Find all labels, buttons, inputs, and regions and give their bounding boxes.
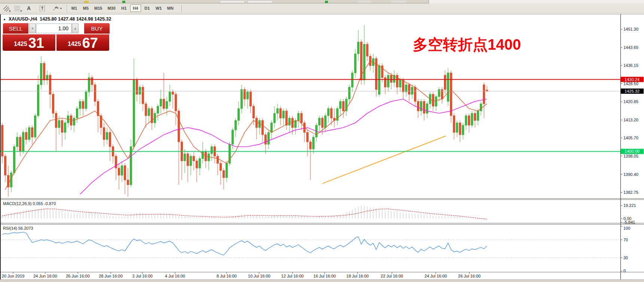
svg-text:100: 100 bbox=[623, 226, 630, 230]
clipped-icon-fragment bbox=[84, 1, 89, 3]
clipped-toolbar-fragment bbox=[0, 0, 429, 3]
clipped-icon-fragment bbox=[391, 1, 406, 3]
svg-text:24 Jul 16:00: 24 Jul 16:00 bbox=[424, 274, 447, 278]
tab-timeframe-d1[interactable]: D1 bbox=[142, 4, 153, 12]
collapse-triangle-icon[interactable]: ▲ bbox=[3, 18, 6, 21]
one-click-trading-panel: SELL ▼ ▲ BUY 1425 31 1425 67 bbox=[2, 23, 110, 51]
volume-decrease-button[interactable]: ▼ bbox=[29, 24, 36, 33]
tab-timeframe-m15[interactable]: M15 bbox=[92, 4, 104, 12]
arrows-dropdown-icon[interactable]: ▼ bbox=[60, 7, 62, 10]
toolbar-separator bbox=[67, 4, 67, 12]
trade-prices-row: 1425 31 1425 67 bbox=[2, 34, 110, 51]
chart-title-bar: ▲ XAUUSD-,H4 1425.80 1427.48 1424.98 142… bbox=[3, 16, 111, 22]
svg-text:19.221: 19.221 bbox=[623, 203, 636, 208]
arrows-tool-icon[interactable]: ▼ bbox=[51, 4, 64, 12]
svg-text:22 Jul 16:00: 22 Jul 16:00 bbox=[381, 274, 403, 278]
svg-text:16 Jul 16:00: 16 Jul 16:00 bbox=[313, 274, 336, 278]
svg-text:1420.85: 1420.85 bbox=[623, 99, 638, 104]
rsi-line bbox=[2, 232, 487, 255]
sell-button[interactable]: SELL bbox=[3, 23, 28, 34]
fibonacci-tool-icon[interactable]: F bbox=[13, 4, 22, 12]
svg-text:-5.841: -5.841 bbox=[623, 220, 635, 224]
label-tool-icon[interactable]: T bbox=[37, 4, 47, 12]
svg-text:70: 70 bbox=[623, 238, 628, 242]
svg-text:20 Jun 2019: 20 Jun 2019 bbox=[2, 274, 25, 278]
tab-timeframe-h1[interactable]: H1 bbox=[119, 4, 129, 12]
ask-price-pips: 67 bbox=[82, 37, 98, 49]
trendline[interactable] bbox=[322, 136, 446, 183]
toolbar-separator bbox=[181, 4, 182, 12]
bid-price-pips: 31 bbox=[28, 37, 44, 49]
svg-text:30: 30 bbox=[623, 255, 628, 260]
macd-histogram bbox=[2, 206, 487, 220]
svg-text:8 Jul 16:00: 8 Jul 16:00 bbox=[217, 274, 237, 278]
date-axis[interactable]: 20 Jun 201924 Jun 16:0026 Jun 16:0028 Ju… bbox=[2, 272, 481, 278]
svg-text:1400.00: 1400.00 bbox=[625, 149, 640, 154]
fibonacci-tool-sub-label: F bbox=[21, 10, 22, 12]
tab-timeframe-h4[interactable]: H4 bbox=[130, 4, 141, 12]
svg-text:2 Jul 16:00: 2 Jul 16:00 bbox=[132, 274, 153, 278]
panel-borders bbox=[0, 14, 644, 279]
text-tool-icon[interactable]: A bbox=[24, 4, 34, 12]
price-axis[interactable]: 1451.301443.651436.151428.501420.851413.… bbox=[620, 27, 644, 195]
svg-text:1398.05: 1398.05 bbox=[623, 154, 638, 158]
svg-text:RSI(14) 56.2073: RSI(14) 56.2073 bbox=[3, 226, 33, 230]
svg-text:18 Jul 16:00: 18 Jul 16:00 bbox=[346, 274, 369, 278]
indicator-axis: 19.2210.00-5.84110070300 bbox=[620, 203, 636, 273]
clipped-icon-fragment bbox=[358, 1, 371, 3]
svg-text:1443.65: 1443.65 bbox=[623, 45, 638, 50]
tab-timeframe-w1[interactable]: W1 bbox=[153, 4, 164, 12]
rsi-level-lines bbox=[0, 240, 620, 258]
svg-text:24 Jun 16:00: 24 Jun 16:00 bbox=[33, 274, 57, 278]
mt4-window: E F A T ▼ M1 M5 M15 M30 H1 H4 D1 W1 MN bbox=[0, 0, 644, 282]
trade-controls-row: SELL ▼ ▲ BUY bbox=[2, 23, 110, 34]
svg-text:0: 0 bbox=[623, 269, 626, 273]
chart-toolbar: E F A T ▼ M1 M5 M15 M30 H1 H4 D1 W1 MN bbox=[0, 3, 644, 13]
clipped-field-fragment bbox=[220, 1, 245, 3]
bid-price-handle: 1425 bbox=[14, 41, 27, 47]
volume-input[interactable] bbox=[36, 24, 72, 33]
svg-text:MACD(12,26,9) 0.055 -0.870: MACD(12,26,9) 0.055 -0.870 bbox=[3, 201, 56, 206]
svg-text:4 Jul 16:00: 4 Jul 16:00 bbox=[165, 274, 185, 278]
svg-text:28 Jun 16:00: 28 Jun 16:00 bbox=[99, 274, 123, 278]
ma-fast-line bbox=[5, 61, 487, 189]
tab-timeframe-m1[interactable]: M1 bbox=[69, 4, 80, 12]
chart-ohlc-readout: 1425.80 1427.48 1424.98 1425.32 bbox=[40, 16, 111, 22]
channel-tool-sub-label: E bbox=[9, 10, 11, 12]
clipped-icon-fragment bbox=[325, 1, 328, 3]
chart-text-annotation: 多空转折点1400 bbox=[413, 34, 521, 55]
svg-text:1413.20: 1413.20 bbox=[623, 118, 638, 122]
tab-timeframe-mn[interactable]: MN bbox=[165, 4, 176, 12]
bid-price-display[interactable]: 1425 31 bbox=[3, 34, 55, 51]
tab-timeframe-m30[interactable]: M30 bbox=[105, 4, 117, 12]
svg-text:1390.40: 1390.40 bbox=[623, 172, 638, 177]
svg-text:26 Jul 16:00: 26 Jul 16:00 bbox=[458, 274, 481, 278]
indicator-labels: MACD(12,26,9) 0.055 -0.870RSI(14) 56.207… bbox=[3, 201, 56, 230]
svg-text:10 Jul 16:00: 10 Jul 16:00 bbox=[248, 274, 270, 278]
svg-text:26 Jun 16:00: 26 Jun 16:00 bbox=[66, 274, 90, 278]
ask-price-display[interactable]: 1425 67 bbox=[56, 34, 109, 51]
caret-up-icon: ▲ bbox=[74, 27, 77, 30]
svg-text:12 Jul 16:00: 12 Jul 16:00 bbox=[281, 274, 304, 278]
buy-button[interactable]: BUY bbox=[84, 23, 110, 34]
svg-text:1430.24: 1430.24 bbox=[625, 77, 640, 82]
svg-text:1405.70: 1405.70 bbox=[623, 136, 638, 140]
caret-down-icon: ▼ bbox=[31, 27, 34, 30]
svg-text:1436.15: 1436.15 bbox=[623, 63, 638, 68]
equidistant-channel-tool-icon[interactable]: E bbox=[1, 4, 11, 12]
clipped-icon-fragment bbox=[122, 1, 125, 3]
ask-price-handle: 1425 bbox=[68, 41, 81, 47]
window-bottom-edge bbox=[0, 279, 644, 282]
chart-symbol-title: XAUUSD-,H4 bbox=[9, 16, 37, 22]
svg-text:1425.32: 1425.32 bbox=[625, 89, 640, 93]
clipped-field-fragment bbox=[248, 1, 272, 3]
tab-timeframe-m5[interactable]: M5 bbox=[80, 4, 91, 12]
clipped-parent-toolbar bbox=[0, 0, 644, 3]
svg-text:1451.30: 1451.30 bbox=[623, 27, 638, 31]
svg-text:1382.75: 1382.75 bbox=[623, 190, 638, 195]
volume-increase-button[interactable]: ▲ bbox=[72, 24, 79, 33]
